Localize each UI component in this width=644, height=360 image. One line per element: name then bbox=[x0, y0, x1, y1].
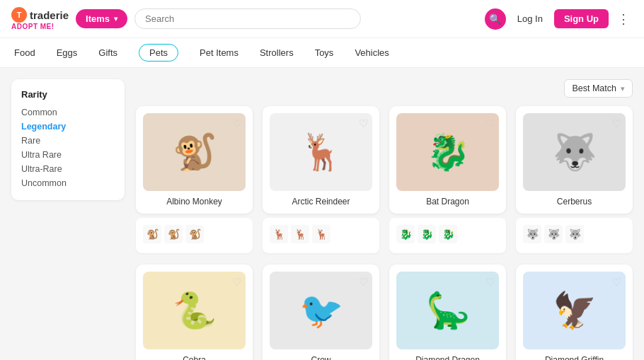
variant-thumb[interactable]: 🐉 bbox=[439, 225, 457, 243]
variant-row: 🐉🐉🐉 bbox=[395, 221, 500, 248]
main-layout: Rarity CommonLegendaryRareUltra RareUltr… bbox=[0, 68, 644, 360]
variant-row: 🐒🐒🐒 bbox=[142, 221, 247, 248]
variant-thumb[interactable]: 🦌 bbox=[270, 225, 288, 243]
favorite-button[interactable]: ♡ bbox=[612, 117, 621, 130]
pet-image: 🐉 bbox=[426, 132, 470, 173]
variant-thumb[interactable]: 🐉 bbox=[418, 225, 436, 243]
pet-card[interactable]: 🐍♡Cobra bbox=[136, 265, 253, 360]
variant-thumb[interactable]: 🐒 bbox=[185, 225, 204, 243]
pet-image: 🦌 bbox=[299, 132, 343, 173]
nav-tab-vehicles[interactable]: Vehicles bbox=[355, 45, 389, 61]
pet-image-area: 🐉♡ bbox=[396, 113, 499, 191]
sidebar-item-common[interactable]: Common bbox=[21, 105, 115, 120]
variant-thumb[interactable]: 🐺 bbox=[565, 225, 584, 243]
variant-row: 🐺🐺🐺 bbox=[522, 221, 627, 248]
search-button[interactable]: 🔍 bbox=[485, 8, 506, 30]
sidebar-item-uncommon[interactable]: Uncommon bbox=[21, 176, 115, 190]
pet-card[interactable]: 🐦♡Crow bbox=[263, 265, 379, 360]
favorite-button[interactable]: ♡ bbox=[232, 276, 241, 289]
sidebar-item-ultra-rare[interactable]: Ultra Rare bbox=[21, 148, 115, 162]
variant-thumb[interactable]: 🦌 bbox=[291, 225, 309, 243]
pet-card[interactable]: 🦕♡Diamond Dragon bbox=[389, 265, 506, 360]
pet-image: 🐺 bbox=[553, 132, 597, 173]
pet-name: Diamond Dragon bbox=[396, 355, 499, 360]
pet-image: 🦅 bbox=[553, 290, 597, 331]
nav-tab-pets[interactable]: Pets bbox=[139, 44, 178, 62]
signup-button[interactable]: Sign Up bbox=[554, 9, 609, 28]
favorite-button[interactable]: ♡ bbox=[359, 276, 368, 289]
pet-card[interactable]: 🐉♡Bat Dragon bbox=[389, 106, 506, 214]
pet-name: Diamond Griffin bbox=[523, 355, 626, 360]
items-button[interactable]: Items ▾ bbox=[76, 9, 127, 28]
sidebar: Rarity CommonLegendaryRareUltra RareUltr… bbox=[11, 79, 125, 200]
pet-image-area: 🦌♡ bbox=[270, 113, 372, 191]
pet-name: Cobra bbox=[143, 355, 246, 360]
variant-row-container: 🐉🐉🐉 bbox=[389, 218, 506, 253]
variant-thumb[interactable]: 🐺 bbox=[523, 225, 541, 243]
pet-image: 🦕 bbox=[426, 290, 470, 331]
variant-row-container: 🐺🐺🐺 bbox=[516, 218, 633, 253]
favorite-button[interactable]: ♡ bbox=[485, 276, 495, 289]
nav-tab-pet-items[interactable]: Pet Items bbox=[200, 45, 238, 61]
variant-thumb[interactable]: 🐉 bbox=[396, 225, 415, 243]
variant-row-container: 🐒🐒🐒 bbox=[136, 218, 253, 253]
sort-dropdown[interactable]: Best Match ▾ bbox=[564, 79, 633, 98]
nav-tab-food[interactable]: Food bbox=[14, 45, 35, 61]
items-btn-label: Items bbox=[86, 13, 110, 24]
header-right: 🔍 Log In Sign Up ⋮ bbox=[485, 8, 633, 30]
variants-grid-row1: 🐒🐒🐒🦌🦌🦌🐉🐉🐉🐺🐺🐺 bbox=[136, 218, 633, 260]
sidebar-rarity-title: Rarity bbox=[21, 89, 115, 100]
pet-image-area: 🦅♡ bbox=[523, 272, 626, 349]
nav-tab-toys[interactable]: Toys bbox=[315, 45, 334, 61]
variant-thumb[interactable]: 🐺 bbox=[544, 225, 563, 243]
pet-name: Albino Monkey bbox=[143, 197, 246, 207]
pet-image-area: 🦕♡ bbox=[396, 272, 499, 349]
sort-chevron-icon: ▾ bbox=[621, 84, 625, 93]
search-input[interactable] bbox=[134, 8, 361, 29]
sort-label: Best Match bbox=[572, 83, 616, 93]
pet-card[interactable]: 🦅♡Diamond Griffin bbox=[516, 265, 633, 360]
pet-image: 🐒 bbox=[173, 132, 217, 173]
pet-image: 🐍 bbox=[173, 290, 217, 331]
favorite-button[interactable]: ♡ bbox=[485, 117, 495, 130]
login-button[interactable]: Log In bbox=[512, 11, 548, 27]
pets-grid-row2: 🐍♡Cobra🐦♡Crow🦕♡Diamond Dragon🦅♡Diamond G… bbox=[136, 265, 633, 360]
pet-card[interactable]: 🐒♡Albino Monkey bbox=[136, 106, 253, 214]
sidebar-item-ultra-rare[interactable]: Ultra-Rare bbox=[21, 162, 115, 176]
logo-icon: T bbox=[11, 7, 27, 23]
nav-tab-strollers[interactable]: Strollers bbox=[260, 45, 294, 61]
sidebar-item-rare[interactable]: Rare bbox=[21, 134, 115, 148]
pet-name: Arctic Reindeer bbox=[270, 197, 372, 207]
pet-card[interactable]: 🦌♡Arctic Reindeer bbox=[263, 106, 379, 214]
pet-name: Bat Dragon bbox=[396, 197, 499, 207]
variant-thumb[interactable]: 🐒 bbox=[143, 225, 161, 243]
variant-row: 🦌🦌🦌 bbox=[268, 221, 374, 248]
variant-thumb[interactable]: 🦌 bbox=[312, 225, 330, 243]
more-options-button[interactable]: ⋮ bbox=[614, 8, 633, 30]
variant-thumb[interactable]: 🐒 bbox=[164, 225, 183, 243]
pets-grid-row1: 🐒♡Albino Monkey🦌♡Arctic Reindeer🐉♡Bat Dr… bbox=[136, 106, 633, 214]
pet-name: Crow bbox=[270, 355, 372, 360]
pet-image: 🐦 bbox=[299, 290, 343, 331]
content-header: Best Match ▾ bbox=[136, 79, 633, 98]
chevron-down-icon: ▾ bbox=[114, 15, 117, 23]
favorite-button[interactable]: ♡ bbox=[359, 117, 368, 130]
pet-image-area: 🐺♡ bbox=[523, 113, 626, 191]
pet-card[interactable]: 🐺♡Cerberus bbox=[516, 106, 633, 214]
favorite-button[interactable]: ♡ bbox=[232, 117, 241, 130]
pet-image-area: 🐒♡ bbox=[143, 113, 246, 191]
content-area: Best Match ▾ 🐒♡Albino Monkey🦌♡Arctic Rei… bbox=[136, 79, 633, 360]
pet-image-area: 🐍♡ bbox=[143, 272, 246, 349]
nav-tab-gifts[interactable]: Gifts bbox=[98, 45, 117, 61]
search-icon: 🔍 bbox=[489, 13, 501, 25]
more-icon: ⋮ bbox=[617, 12, 630, 26]
pet-image-area: 🐦♡ bbox=[270, 272, 372, 349]
nav-tab-eggs[interactable]: Eggs bbox=[57, 45, 78, 61]
nav-tabs: FoodEggsGiftsPetsPet ItemsStrollersToysV… bbox=[0, 38, 644, 68]
adopt-me-label: ADOPT ME! bbox=[11, 23, 54, 30]
header: T traderie ADOPT ME! Items ▾ 🔍 Log In Si… bbox=[0, 0, 644, 38]
sidebar-item-legendary[interactable]: Legendary bbox=[21, 120, 115, 134]
logo-text: traderie bbox=[30, 9, 69, 21]
variant-row-container: 🦌🦌🦌 bbox=[263, 218, 379, 253]
favorite-button[interactable]: ♡ bbox=[612, 276, 621, 289]
